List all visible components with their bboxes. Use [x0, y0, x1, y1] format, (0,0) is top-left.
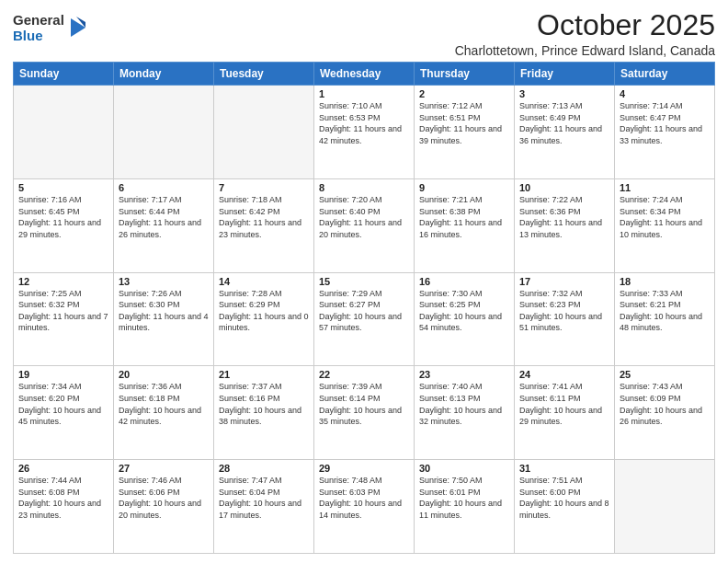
calendar-cell: 10Sunrise: 7:22 AM Sunset: 6:36 PM Dayli… [515, 178, 615, 272]
calendar-cell: 12Sunrise: 7:25 AM Sunset: 6:32 PM Dayli… [14, 272, 114, 366]
day-number: 23 [419, 369, 509, 380]
day-info: Sunrise: 7:48 AM Sunset: 6:03 PM Dayligh… [319, 475, 409, 521]
day-number: 19 [18, 369, 108, 380]
weekday-header-tuesday: Tuesday [214, 63, 314, 86]
calendar-cell: 30Sunrise: 7:50 AM Sunset: 6:01 PM Dayli… [415, 460, 515, 554]
calendar-cell: 3Sunrise: 7:13 AM Sunset: 6:49 PM Daylig… [515, 86, 615, 179]
day-number: 8 [319, 182, 409, 193]
weekday-header-wednesday: Wednesday [314, 63, 415, 86]
page: General Blue October 2025 Charlottetown,… [0, 0, 728, 563]
calendar-cell: 6Sunrise: 7:17 AM Sunset: 6:44 PM Daylig… [114, 178, 214, 272]
weekday-header-thursday: Thursday [415, 63, 515, 86]
logo-blue: Blue [13, 29, 64, 44]
day-info: Sunrise: 7:22 AM Sunset: 6:36 PM Dayligh… [519, 194, 609, 240]
logo-icon [67, 15, 87, 40]
day-info: Sunrise: 7:41 AM Sunset: 6:11 PM Dayligh… [519, 381, 609, 427]
calendar-cell: 5Sunrise: 7:16 AM Sunset: 6:45 PM Daylig… [14, 178, 114, 272]
day-info: Sunrise: 7:26 AM Sunset: 6:30 PM Dayligh… [119, 288, 209, 334]
day-number: 11 [620, 182, 710, 193]
calendar-cell: 24Sunrise: 7:41 AM Sunset: 6:11 PM Dayli… [515, 366, 615, 460]
calendar-cell: 1Sunrise: 7:10 AM Sunset: 6:53 PM Daylig… [314, 86, 415, 179]
weekday-header-monday: Monday [114, 63, 214, 86]
calendar-cell: 27Sunrise: 7:46 AM Sunset: 6:06 PM Dayli… [114, 460, 214, 554]
day-number: 18 [620, 276, 710, 287]
calendar-cell: 4Sunrise: 7:14 AM Sunset: 6:47 PM Daylig… [615, 86, 715, 179]
day-info: Sunrise: 7:39 AM Sunset: 6:14 PM Dayligh… [319, 381, 409, 427]
day-info: Sunrise: 7:17 AM Sunset: 6:44 PM Dayligh… [119, 194, 209, 240]
calendar-cell: 31Sunrise: 7:51 AM Sunset: 6:00 PM Dayli… [515, 460, 615, 554]
calendar-cell: 22Sunrise: 7:39 AM Sunset: 6:14 PM Dayli… [314, 366, 415, 460]
calendar-cell: 21Sunrise: 7:37 AM Sunset: 6:16 PM Dayli… [214, 366, 314, 460]
calendar-cell [14, 86, 114, 179]
day-info: Sunrise: 7:10 AM Sunset: 6:53 PM Dayligh… [319, 100, 409, 146]
day-number: 7 [219, 182, 309, 193]
day-number: 10 [519, 182, 609, 193]
calendar-cell [615, 460, 715, 554]
day-number: 28 [219, 463, 309, 474]
logo-general: General [13, 13, 64, 29]
day-info: Sunrise: 7:32 AM Sunset: 6:23 PM Dayligh… [519, 288, 609, 334]
calendar-cell: 2Sunrise: 7:12 AM Sunset: 6:51 PM Daylig… [415, 86, 515, 179]
calendar-cell [214, 86, 314, 179]
day-info: Sunrise: 7:36 AM Sunset: 6:18 PM Dayligh… [119, 381, 209, 427]
week-row-1: 1Sunrise: 7:10 AM Sunset: 6:53 PM Daylig… [14, 86, 715, 179]
calendar-cell [114, 86, 214, 179]
day-info: Sunrise: 7:40 AM Sunset: 6:13 PM Dayligh… [419, 381, 509, 427]
day-info: Sunrise: 7:28 AM Sunset: 6:29 PM Dayligh… [219, 288, 309, 334]
day-info: Sunrise: 7:50 AM Sunset: 6:01 PM Dayligh… [419, 475, 509, 521]
subtitle: Charlottetown, Prince Edward Island, Can… [455, 43, 715, 58]
calendar-cell: 23Sunrise: 7:40 AM Sunset: 6:13 PM Dayli… [415, 366, 515, 460]
day-number: 9 [419, 182, 509, 193]
weekday-header-friday: Friday [515, 63, 615, 86]
calendar-cell: 25Sunrise: 7:43 AM Sunset: 6:09 PM Dayli… [615, 366, 715, 460]
day-number: 14 [219, 276, 309, 287]
calendar-cell: 7Sunrise: 7:18 AM Sunset: 6:42 PM Daylig… [214, 178, 314, 272]
title-block: October 2025 Charlottetown, Prince Edwar… [455, 9, 715, 58]
calendar-cell: 18Sunrise: 7:33 AM Sunset: 6:21 PM Dayli… [615, 272, 715, 366]
day-number: 25 [620, 369, 710, 380]
day-info: Sunrise: 7:37 AM Sunset: 6:16 PM Dayligh… [219, 381, 309, 427]
logo: General Blue [13, 13, 87, 43]
day-number: 29 [319, 463, 409, 474]
weekday-header-row: SundayMondayTuesdayWednesdayThursdayFrid… [14, 63, 715, 86]
day-info: Sunrise: 7:34 AM Sunset: 6:20 PM Dayligh… [18, 381, 108, 427]
day-info: Sunrise: 7:12 AM Sunset: 6:51 PM Dayligh… [419, 100, 509, 146]
day-info: Sunrise: 7:14 AM Sunset: 6:47 PM Dayligh… [620, 100, 710, 146]
day-info: Sunrise: 7:44 AM Sunset: 6:08 PM Dayligh… [18, 475, 108, 521]
week-row-4: 19Sunrise: 7:34 AM Sunset: 6:20 PM Dayli… [14, 366, 715, 460]
day-number: 17 [519, 276, 609, 287]
day-info: Sunrise: 7:30 AM Sunset: 6:25 PM Dayligh… [419, 288, 509, 334]
calendar-cell: 8Sunrise: 7:20 AM Sunset: 6:40 PM Daylig… [314, 178, 415, 272]
calendar-cell: 15Sunrise: 7:29 AM Sunset: 6:27 PM Dayli… [314, 272, 415, 366]
day-number: 20 [119, 369, 209, 380]
calendar-table: SundayMondayTuesdayWednesdayThursdayFrid… [13, 62, 715, 554]
day-info: Sunrise: 7:21 AM Sunset: 6:38 PM Dayligh… [419, 194, 509, 240]
day-number: 6 [119, 182, 209, 193]
day-info: Sunrise: 7:20 AM Sunset: 6:40 PM Dayligh… [319, 194, 409, 240]
weekday-header-saturday: Saturday [615, 63, 715, 86]
day-number: 1 [319, 88, 409, 99]
logo-text: General Blue [13, 13, 64, 43]
calendar-cell: 29Sunrise: 7:48 AM Sunset: 6:03 PM Dayli… [314, 460, 415, 554]
day-info: Sunrise: 7:47 AM Sunset: 6:04 PM Dayligh… [219, 475, 309, 521]
day-number: 31 [519, 463, 609, 474]
calendar-cell: 19Sunrise: 7:34 AM Sunset: 6:20 PM Dayli… [14, 366, 114, 460]
calendar-cell: 16Sunrise: 7:30 AM Sunset: 6:25 PM Dayli… [415, 272, 515, 366]
day-info: Sunrise: 7:13 AM Sunset: 6:49 PM Dayligh… [519, 100, 609, 146]
calendar-cell: 20Sunrise: 7:36 AM Sunset: 6:18 PM Dayli… [114, 366, 214, 460]
day-info: Sunrise: 7:51 AM Sunset: 6:00 PM Dayligh… [519, 475, 609, 521]
day-info: Sunrise: 7:43 AM Sunset: 6:09 PM Dayligh… [620, 381, 710, 427]
day-number: 12 [18, 276, 108, 287]
month-title: October 2025 [455, 9, 715, 41]
day-number: 16 [419, 276, 509, 287]
calendar-cell: 26Sunrise: 7:44 AM Sunset: 6:08 PM Dayli… [14, 460, 114, 554]
calendar-cell: 17Sunrise: 7:32 AM Sunset: 6:23 PM Dayli… [515, 272, 615, 366]
day-number: 26 [18, 463, 108, 474]
weekday-header-sunday: Sunday [14, 63, 114, 86]
day-info: Sunrise: 7:33 AM Sunset: 6:21 PM Dayligh… [620, 288, 710, 334]
day-number: 2 [419, 88, 509, 99]
day-number: 27 [119, 463, 209, 474]
day-number: 22 [319, 369, 409, 380]
calendar-cell: 9Sunrise: 7:21 AM Sunset: 6:38 PM Daylig… [415, 178, 515, 272]
header: General Blue October 2025 Charlottetown,… [13, 9, 715, 58]
